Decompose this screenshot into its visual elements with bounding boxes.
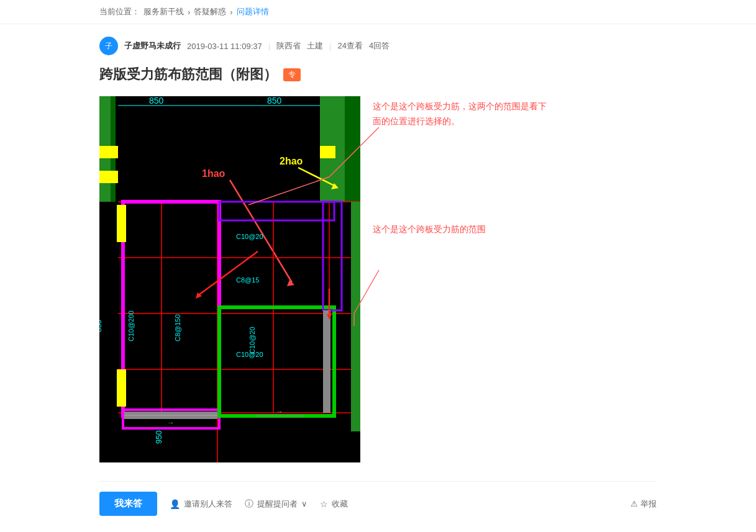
svg-rect-4 bbox=[99, 171, 118, 183]
svg-rect-50 bbox=[351, 202, 360, 431]
user-info-row: 子 子虚野马未成行 2019-03-11 11:09:37 | 陕西省 土建 |… bbox=[99, 37, 657, 55]
breadcrumb-item-1[interactable]: 服务新干线 bbox=[143, 6, 184, 17]
annotation-1-content: 这个是这个跨板受力筋，这两个的范围是看下面的位置进行选择的。 bbox=[373, 99, 547, 129]
image-container: 850 850 2hao 1ha bbox=[99, 96, 360, 462]
annotation-2-text: 这个是这个跨板受力筋的范围 bbox=[373, 222, 657, 237]
avatar: 子 bbox=[99, 37, 118, 55]
svg-rect-48 bbox=[117, 205, 126, 242]
svg-text:C10@20: C10@20 bbox=[248, 327, 256, 354]
svg-rect-12 bbox=[320, 146, 335, 158]
svg-text:C10@20: C10@20 bbox=[236, 233, 263, 240]
main-content: 子 子虚野马未成行 2019-03-11 11:09:37 | 陕西省 土建 |… bbox=[0, 24, 756, 532]
cad-svg: 850 850 2hao 1ha bbox=[99, 96, 360, 462]
category: 土建 bbox=[307, 40, 323, 52]
svg-text:C8@15: C8@15 bbox=[236, 276, 259, 284]
breadcrumb-current: 问题详情 bbox=[237, 6, 269, 17]
answer-button[interactable]: 我来答 bbox=[99, 492, 157, 516]
breadcrumb-sep-1: › bbox=[188, 7, 190, 17]
remind-link[interactable]: ⓘ 提醒提问者 ∨ bbox=[245, 498, 307, 510]
breadcrumb-item-2[interactable]: 答疑解惑 bbox=[194, 6, 226, 17]
svg-rect-11 bbox=[345, 96, 360, 202]
question-title: 跨版受力筋布筋范围（附图） 专 bbox=[99, 65, 657, 84]
svg-text:→: → bbox=[167, 418, 175, 427]
annotation-1-text: 这个是这个跨板受力筋，这两个的范围是看下面的位置进行选择的。 bbox=[373, 99, 657, 129]
svg-text:→: → bbox=[276, 407, 283, 416]
annotations-panel: 这个是这个跨板受力筋，这两个的范围是看下面的位置进行选择的。 这个是这个跨板受力… bbox=[373, 96, 657, 462]
svg-text:850: 850 bbox=[267, 96, 282, 106]
province: 陕西省 bbox=[276, 40, 301, 52]
report-link[interactable]: ⚠ 举报 bbox=[631, 498, 657, 510]
warning-icon: ⚠ bbox=[631, 499, 638, 508]
view-count: 24查看 bbox=[338, 40, 363, 52]
invite-link[interactable]: 👤 邀请别人来答 bbox=[170, 498, 232, 510]
svg-rect-38 bbox=[323, 310, 330, 413]
svg-rect-3 bbox=[99, 146, 118, 158]
remind-arrow-icon: ∨ bbox=[301, 499, 307, 508]
cad-drawing: 850 850 2hao 1ha bbox=[99, 96, 360, 462]
info-icon: ⓘ bbox=[245, 498, 253, 510]
sep-1: | bbox=[268, 42, 270, 51]
action-bar: 我来答 👤 邀请别人来答 ⓘ 提醒提问者 ∨ ☆ 收藏 ⚠ 举报 bbox=[99, 481, 657, 526]
content-area: 850 850 2hao 1ha bbox=[99, 96, 657, 462]
svg-text:950: 950 bbox=[154, 430, 163, 444]
svg-rect-49 bbox=[117, 369, 126, 407]
annotation-2-content: 这个是这个跨板受力筋的范围 bbox=[373, 222, 547, 237]
location-label: 当前位置： bbox=[99, 6, 140, 17]
post-date: 2019-03-11 11:09:37 bbox=[187, 42, 262, 51]
answer-count: 4回答 bbox=[369, 40, 389, 52]
svg-text:C10@200: C10@200 bbox=[127, 310, 135, 341]
svg-text:1hao: 1hao bbox=[202, 168, 225, 179]
breadcrumb: 当前位置： 服务新干线 › 答疑解惑 › 问题详情 bbox=[0, 0, 756, 24]
pro-tag: 专 bbox=[283, 68, 301, 81]
svg-text:C8@150: C8@150 bbox=[174, 314, 181, 341]
svg-text:2hao: 2hao bbox=[280, 156, 303, 166]
svg-text:850: 850 bbox=[99, 320, 103, 332]
invite-icon: 👤 bbox=[170, 499, 180, 509]
star-icon: ☆ bbox=[320, 499, 328, 509]
breadcrumb-sep-2: › bbox=[230, 7, 232, 17]
svg-text:850: 850 bbox=[149, 96, 164, 106]
username[interactable]: 子虚野马未成行 bbox=[124, 40, 181, 52]
sep-2: | bbox=[329, 42, 331, 51]
collect-link[interactable]: ☆ 收藏 bbox=[320, 498, 348, 510]
